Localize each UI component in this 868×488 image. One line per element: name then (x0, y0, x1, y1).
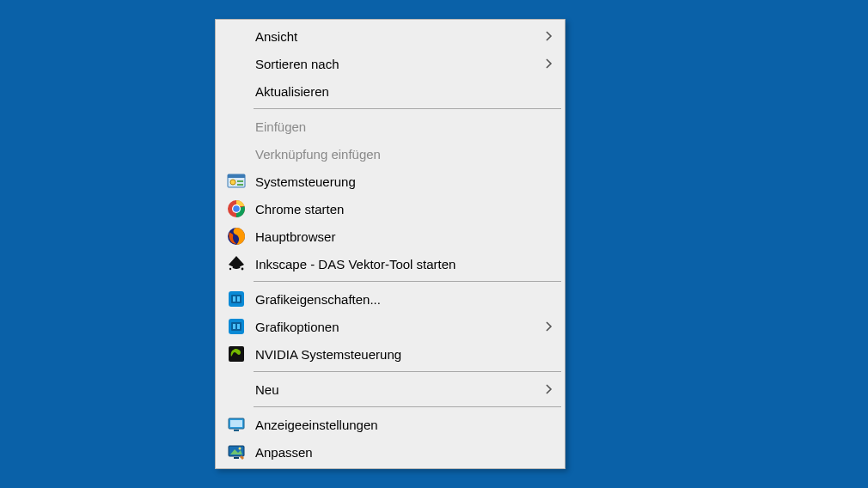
svg-point-7 (233, 205, 240, 212)
menu-item-neu[interactable]: Neu (217, 375, 563, 403)
svg-rect-3 (237, 180, 243, 182)
chevron-right-icon (542, 31, 556, 41)
menu-item-einfuegen: Einfügen (217, 113, 563, 140)
svg-point-24 (239, 448, 241, 450)
icon-empty (223, 53, 250, 74)
intel-gfx-icon (223, 316, 250, 337)
svg-rect-1 (228, 174, 245, 178)
menu-item-aktualisieren[interactable]: Aktualisieren (217, 77, 563, 105)
svg-rect-14 (237, 296, 240, 302)
chrome-icon (223, 198, 250, 219)
menu-separator (254, 281, 561, 282)
svg-point-2 (230, 180, 235, 185)
menu-label: NVIDIA Systemsteuerung (250, 347, 542, 362)
svg-rect-16 (231, 322, 241, 331)
firefox-icon (223, 226, 250, 247)
icon-empty (223, 26, 250, 46)
menu-label: Chrome starten (250, 202, 542, 217)
menu-item-anzeigeeinstellungen[interactable]: Anzeigeeinstellungen (217, 411, 563, 438)
chevron-right-icon (542, 384, 556, 394)
menu-item-hauptbrowser[interactable]: Hauptbrowser (217, 223, 563, 250)
svg-rect-13 (233, 296, 235, 302)
svg-rect-21 (230, 420, 242, 427)
menu-item-verknuepfung-einfuegen: Verknüpfung einfügen (217, 140, 563, 168)
menu-label: Grafikeigenschaften... (250, 292, 542, 307)
desktop-context-menu: Ansicht Sortieren nach Aktualisieren Ein… (215, 19, 565, 469)
menu-label: Hauptbrowser (250, 229, 542, 244)
svg-rect-17 (233, 324, 235, 329)
menu-item-chrome-starten[interactable]: Chrome starten (217, 195, 563, 223)
personalize-icon (223, 442, 250, 462)
menu-item-inkscape[interactable]: Inkscape - DAS Vektor-Tool starten (217, 250, 563, 278)
svg-point-9 (241, 268, 244, 271)
icon-empty (223, 116, 250, 137)
menu-item-sortieren-nach[interactable]: Sortieren nach (217, 50, 563, 77)
menu-label: Ansicht (250, 29, 542, 44)
menu-item-nvidia-systemsteuerung[interactable]: NVIDIA Systemsteuerung (217, 340, 563, 368)
inkscape-icon (223, 253, 250, 274)
control-panel-icon (223, 171, 250, 192)
menu-label: Systemsteuerung (250, 174, 542, 189)
menu-label: Sortieren nach (250, 57, 542, 71)
menu-label: Neu (250, 382, 542, 397)
chevron-right-icon (542, 321, 556, 332)
menu-separator (254, 406, 561, 407)
svg-rect-18 (237, 324, 240, 329)
chevron-right-icon (542, 58, 556, 69)
menu-label: Grafikoptionen (250, 320, 542, 334)
svg-rect-25 (234, 457, 239, 459)
menu-item-grafikeigenschaften[interactable]: Grafikeigenschaften... (217, 285, 563, 313)
svg-rect-4 (237, 184, 243, 186)
menu-item-grafikoptionen[interactable]: Grafikoptionen (217, 313, 563, 340)
icon-empty (223, 379, 250, 400)
svg-point-10 (229, 268, 231, 270)
menu-separator (254, 371, 561, 372)
intel-gfx-icon (223, 289, 250, 309)
menu-label: Verknüpfung einfügen (250, 147, 542, 162)
menu-item-systemsteuerung[interactable]: Systemsteuerung (217, 168, 563, 195)
menu-label: Einfügen (250, 119, 542, 134)
menu-label: Inkscape - DAS Vektor-Tool starten (250, 257, 542, 271)
display-settings-icon (223, 414, 250, 435)
menu-label: Aktualisieren (250, 84, 542, 99)
svg-rect-22 (234, 430, 239, 431)
nvidia-icon (223, 344, 250, 364)
menu-separator (254, 108, 561, 109)
menu-label: Anzeigeeinstellungen (250, 418, 542, 432)
menu-item-ansicht[interactable]: Ansicht (217, 22, 563, 50)
icon-empty (223, 81, 250, 101)
menu-item-anpassen[interactable]: Anpassen (217, 438, 563, 466)
svg-rect-12 (231, 295, 241, 303)
icon-empty (223, 143, 250, 164)
menu-label: Anpassen (250, 445, 542, 460)
